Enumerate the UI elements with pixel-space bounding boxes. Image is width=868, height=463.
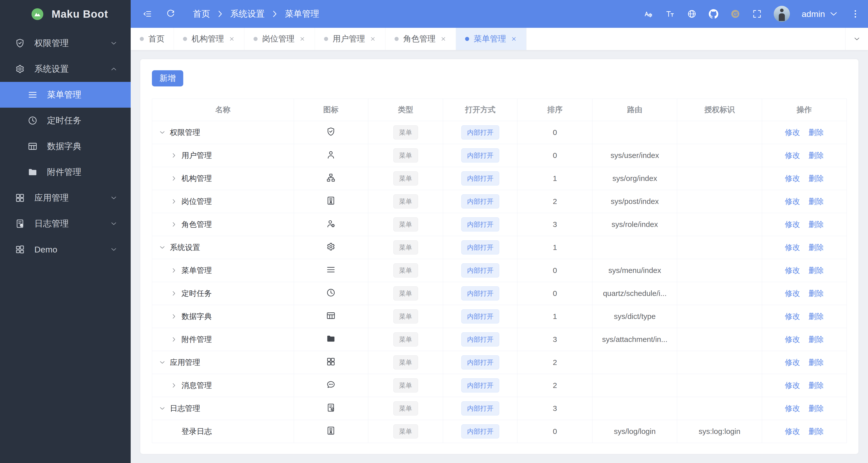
collapse-row-icon[interactable]: [159, 129, 166, 136]
expand-row-icon[interactable]: [170, 221, 178, 228]
expand-row-icon[interactable]: [170, 175, 178, 182]
type-tag: 菜单: [393, 125, 418, 140]
close-icon[interactable]: [228, 36, 235, 42]
delete-link[interactable]: 删除: [809, 404, 824, 412]
menu-lines-icon: [27, 90, 38, 100]
ops-cell: 修改删除: [762, 121, 846, 144]
expand-row-icon[interactable]: [170, 290, 178, 297]
delete-link[interactable]: 删除: [809, 289, 824, 298]
close-icon[interactable]: [370, 36, 376, 42]
expand-row-icon[interactable]: [170, 152, 178, 159]
user-menu[interactable]: admin: [802, 9, 839, 19]
sidebar-item-permission[interactable]: 权限管理: [0, 30, 131, 56]
delete-link[interactable]: 删除: [809, 197, 824, 206]
sidebar-item-menu[interactable]: 菜单管理: [0, 82, 131, 108]
tab-user[interactable]: 用户管理: [315, 28, 385, 50]
delete-link[interactable]: 删除: [809, 427, 824, 435]
edit-link[interactable]: 修改: [785, 289, 800, 298]
route-cell: sys/user/index: [592, 144, 677, 167]
route-cell: sys/menu/index: [592, 259, 677, 282]
ops-cell: 修改删除: [762, 420, 846, 443]
auth-cell: [677, 397, 762, 420]
delete-link[interactable]: 删除: [809, 266, 824, 274]
expand-row-icon[interactable]: [170, 382, 178, 389]
tab-home[interactable]: 首页: [131, 28, 174, 50]
tab-post[interactable]: 岗位管理: [244, 28, 315, 50]
expand-row-icon[interactable]: [170, 267, 178, 274]
edit-link[interactable]: 修改: [785, 197, 800, 206]
menu-icon-cell: [294, 328, 368, 351]
delete-link[interactable]: 删除: [809, 335, 824, 343]
avatar[interactable]: [774, 6, 790, 22]
delete-link[interactable]: 删除: [809, 381, 824, 390]
sidebar-item-attachment[interactable]: 附件管理: [0, 159, 131, 185]
breadcrumb-item[interactable]: 菜单管理: [285, 8, 319, 20]
menu-type-cell: 菜单: [368, 213, 443, 236]
tab-org[interactable]: 机构管理: [174, 28, 244, 50]
menu-icon-cell: [294, 351, 368, 374]
menu-name: 系统设置: [170, 242, 200, 253]
delete-link[interactable]: 删除: [809, 174, 824, 183]
sidebar-item-demo[interactable]: Demo: [0, 237, 131, 262]
fullscreen-icon[interactable]: [752, 9, 762, 19]
more-menu-icon[interactable]: [850, 9, 860, 19]
sidebar-item-app[interactable]: 应用管理: [0, 185, 131, 211]
edit-link[interactable]: 修改: [785, 220, 800, 228]
menu-type-cell: 菜单: [368, 420, 443, 443]
edit-link[interactable]: 修改: [785, 427, 800, 435]
refresh-icon[interactable]: [165, 9, 176, 19]
table-row: 消息管理菜单内部打开2修改删除: [152, 374, 847, 397]
edit-link[interactable]: 修改: [785, 312, 800, 320]
collapse-menu-icon[interactable]: [142, 9, 152, 19]
collapse-row-icon[interactable]: [159, 405, 166, 412]
delete-link[interactable]: 删除: [809, 312, 824, 320]
delete-link[interactable]: 删除: [809, 128, 824, 136]
menu-type-cell: 菜单: [368, 351, 443, 374]
edit-link[interactable]: 修改: [785, 128, 800, 136]
close-icon[interactable]: [510, 36, 517, 42]
edit-link[interactable]: 修改: [785, 151, 800, 159]
edit-link[interactable]: 修改: [785, 335, 800, 343]
route-cell: [592, 351, 677, 374]
sidebar-item-log[interactable]: 日志管理: [0, 211, 131, 237]
edit-link[interactable]: 修改: [785, 266, 800, 274]
tab-label: 机构管理: [192, 33, 224, 44]
open-type-cell: 内部打开: [443, 305, 518, 328]
breadcrumb-item[interactable]: 系统设置: [230, 8, 265, 20]
add-button[interactable]: 新增: [152, 70, 183, 86]
edit-link[interactable]: 修改: [785, 358, 800, 367]
edit-link[interactable]: 修改: [785, 381, 800, 390]
delete-link[interactable]: 删除: [809, 358, 824, 367]
dict-table-icon: [326, 311, 336, 321]
tabs-dropdown-button[interactable]: [845, 28, 868, 50]
edit-link[interactable]: 修改: [785, 404, 800, 412]
gitee-icon[interactable]: [730, 9, 740, 19]
sort-cell: 2: [518, 374, 592, 397]
delete-link[interactable]: 删除: [809, 220, 824, 228]
close-icon[interactable]: [299, 36, 306, 42]
tab-role[interactable]: 角色管理: [385, 28, 456, 50]
expand-row-icon[interactable]: [170, 198, 178, 205]
globe-icon[interactable]: [687, 9, 697, 19]
collapse-row-icon[interactable]: [159, 244, 166, 251]
delete-link[interactable]: 删除: [809, 243, 824, 251]
expand-row-icon[interactable]: [170, 313, 178, 320]
close-icon[interactable]: [440, 36, 447, 42]
translate-icon[interactable]: [643, 9, 653, 19]
sidebar-item-schedule[interactable]: 定时任务: [0, 108, 131, 133]
sidebar-item-dict[interactable]: 数据字典: [0, 133, 131, 159]
github-icon[interactable]: [709, 9, 719, 19]
expand-row-icon[interactable]: [170, 336, 178, 343]
edit-link[interactable]: 修改: [785, 174, 800, 183]
collapse-row-icon[interactable]: [159, 359, 166, 366]
edit-link[interactable]: 修改: [785, 243, 800, 251]
ops-cell: 修改删除: [762, 397, 846, 420]
tab-label: 角色管理: [403, 33, 436, 44]
tab-menu[interactable]: 菜单管理: [456, 28, 527, 50]
chevron-right-icon: [215, 9, 225, 19]
breadcrumb-item[interactable]: 首页: [193, 8, 210, 20]
font-size-icon[interactable]: [665, 9, 675, 19]
sidebar-item-system[interactable]: 系统设置: [0, 56, 131, 82]
route-cell: [592, 374, 677, 397]
delete-link[interactable]: 删除: [809, 151, 824, 159]
